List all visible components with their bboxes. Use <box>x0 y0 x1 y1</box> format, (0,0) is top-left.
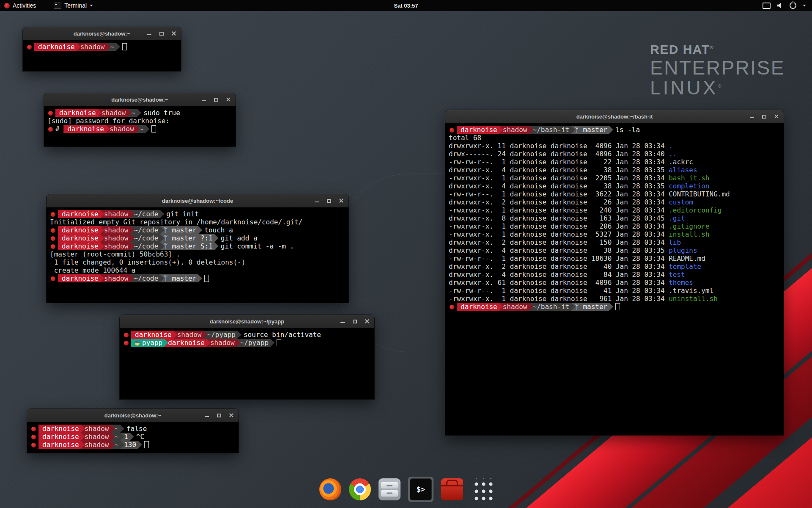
chevron-down-icon[interactable] <box>803 5 806 6</box>
prompt-segment-path: ~/pyapp <box>236 339 274 347</box>
prompt-segment-path: ~/code <box>130 234 165 242</box>
app-menu-terminal[interactable]: Terminal <box>50 0 96 11</box>
prompt-segment-git: ᛘ master ?:1 <box>160 234 219 242</box>
prompt-segment-venv: pyapp <box>131 339 168 347</box>
terminal-dock-tile[interactable]: $> <box>408 477 433 502</box>
terminal-output: aliases <box>669 166 697 174</box>
terminal-line: pyappdarknoiseshadow~/pyapp <box>123 339 371 347</box>
terminal-content[interactable]: darknoiseshadow~ <box>23 40 181 53</box>
titlebar[interactable]: darknoise@shadow:~ <box>27 409 239 422</box>
toolbox-icon[interactable] <box>441 478 463 500</box>
maximize-button[interactable] <box>213 97 219 102</box>
display-icon[interactable] <box>763 3 771 9</box>
terminal-line: drwxrwxr-x. 4 darknoise darknoise 38 Jan… <box>449 166 780 174</box>
window-title: darknoise@shadow:~ <box>74 30 130 37</box>
prompt-segment-user: darknoise <box>34 43 81 51</box>
terminal-command: git init <box>166 210 199 218</box>
close-button[interactable] <box>228 412 234 418</box>
terminal-output: .git <box>669 214 685 222</box>
terminal-content[interactable]: darknoiseshadow~/pyappsource bin/activat… <box>120 328 374 349</box>
registered-mark: ® <box>710 45 714 50</box>
titlebar[interactable]: darknoise@shadow:~/pyapp <box>120 315 374 328</box>
volume-icon[interactable] <box>777 3 783 8</box>
toolbox-lid <box>441 485 463 486</box>
terminal-line: create mode 100644 a <box>50 266 345 274</box>
prompt-segment-host: shadow <box>499 126 533 134</box>
minimize-button[interactable] <box>314 198 320 204</box>
titlebar[interactable]: darknoise@shadow:~/bash-it <box>445 110 784 123</box>
redhat-prompt-icon <box>51 212 55 217</box>
prompt-segment-git: ᛘ master <box>571 126 613 134</box>
terminal-output: drwxrwxr-x. 2 darknoise darknoise 150 Ja… <box>449 238 669 246</box>
terminal-line: Initialized empty Git repository in /hom… <box>50 218 345 226</box>
terminal-content[interactable]: darknoiseshadow~sudo true[sudo] password… <box>44 106 236 135</box>
firefox-icon[interactable] <box>319 478 341 500</box>
close-button[interactable] <box>171 30 177 36</box>
terminal-content[interactable]: darknoiseshadow~/codegit initInitialized… <box>47 207 348 285</box>
terminal-line: darknoiseshadow~/bash-itᛘ master <box>449 303 780 311</box>
prompt-segment-user: darknoise <box>58 210 104 218</box>
minimize-button[interactable] <box>749 113 755 119</box>
prompt-segment-path: ~/code <box>130 242 165 250</box>
titlebar[interactable]: darknoise@shadow:~ <box>23 27 181 40</box>
terminal-output: drwxrwxr-x. 4 darknoise darknoise 38 Jan… <box>449 166 669 174</box>
terminal-output: .editorconfig <box>669 206 721 214</box>
terminal-output: -rwxrwxr-x. 1 darknoise darknoise 961 Ja… <box>449 295 669 303</box>
prompt-segment-user: darknoise <box>164 339 211 347</box>
app-menu-label: Terminal <box>64 2 87 9</box>
maximize-button[interactable] <box>216 412 222 418</box>
maximize-button[interactable] <box>352 318 358 324</box>
files-icon[interactable] <box>379 478 401 500</box>
terminal-output: drwxrwxr-x. 2 darknoise darknoise 26 Jan… <box>449 198 669 206</box>
prompt-segment-path: ~/code <box>130 210 165 218</box>
maximize-button[interactable] <box>159 30 165 36</box>
terminal-output: drwxrwxr-x. 61 darknoise darknoise 4096 … <box>449 279 669 287</box>
app-grid-icon[interactable] <box>471 478 493 500</box>
close-button[interactable] <box>225 97 231 102</box>
power-icon[interactable] <box>790 2 796 9</box>
close-button[interactable] <box>338 198 344 204</box>
terminal-window-home-1[interactable]: darknoise@shadow:~ darknoiseshadow~ <box>23 27 181 71</box>
close-button[interactable] <box>774 113 779 119</box>
minimize-button[interactable] <box>204 412 210 418</box>
terminal-window-pyapp[interactable]: darknoise@shadow:~/pyapp darknoiseshadow… <box>120 315 374 399</box>
titlebar[interactable]: darknoise@shadow:~ <box>44 93 236 106</box>
minimize-button[interactable] <box>146 30 152 36</box>
maximize-button[interactable] <box>326 198 332 204</box>
titlebar[interactable]: darknoise@shadow:~/code <box>47 194 348 207</box>
terminal-window-bash-it[interactable]: darknoise@shadow:~/bash-it darknoiseshad… <box>445 110 784 435</box>
terminal-line: -rw-rw-r--. 1 darknoise darknoise 18630 … <box>449 254 780 262</box>
terminal-window-sudo[interactable]: darknoise@shadow:~ darknoiseshadow~sudo … <box>44 93 236 146</box>
activities-button[interactable]: Activities <box>0 0 40 11</box>
terminal-content[interactable]: darknoiseshadow~falsedarknoiseshadow~1^C… <box>27 422 239 451</box>
terminal-line: darknoiseshadow~/codeᛘ master ?:1git add… <box>50 234 345 242</box>
prompt-segment-host: shadow <box>173 331 208 339</box>
terminal-command: false <box>126 425 147 433</box>
terminal-output: custom <box>669 198 693 206</box>
terminal-content[interactable]: darknoiseshadow~/bash-itᛘ masterls -lato… <box>445 123 784 313</box>
terminal-output: uninstall.sh <box>669 295 718 303</box>
terminal-window-home-2[interactable]: darknoise@shadow:~ darknoiseshadow~false… <box>27 409 239 453</box>
terminal-line: darknoiseshadow~/codeᛘ mastertouch a <box>50 226 345 234</box>
prompt-segment-host: shadow <box>100 242 134 250</box>
close-button[interactable] <box>364 318 370 324</box>
prompt-segment-user: darknoise <box>58 234 104 242</box>
window-title: darknoise@shadow:~ <box>104 412 161 419</box>
terminal-icon-glyph: $> <box>417 485 425 494</box>
chrome-icon[interactable] <box>349 478 371 500</box>
prompt-segment-host: shadow <box>98 109 132 117</box>
terminal-line: drwxrwxr-x. 8 darknoise darknoise 163 Ja… <box>449 214 780 222</box>
prompt-segment-host: shadow <box>100 274 134 282</box>
minimize-button[interactable] <box>201 97 207 102</box>
terminal-line: total 68 <box>449 134 780 142</box>
terminal-line: -rwxrwxr-x. 1 darknoise darknoise 961 Ja… <box>449 295 780 303</box>
clock[interactable]: Sat 03:57 <box>394 3 418 9</box>
terminal-output: completion <box>669 182 709 190</box>
minimize-button[interactable] <box>340 318 346 324</box>
terminal-output: -rwxrwxr-x. 1 darknoise darknoise 206 Ja… <box>449 222 669 230</box>
terminal-output: template <box>669 262 701 271</box>
brand-line-linux: LINUX® <box>650 78 785 98</box>
terminal-output: Initialized empty Git repository in /hom… <box>50 218 302 226</box>
terminal-window-code[interactable]: darknoise@shadow:~/code darknoiseshadow~… <box>47 194 348 303</box>
maximize-button[interactable] <box>761 113 767 119</box>
